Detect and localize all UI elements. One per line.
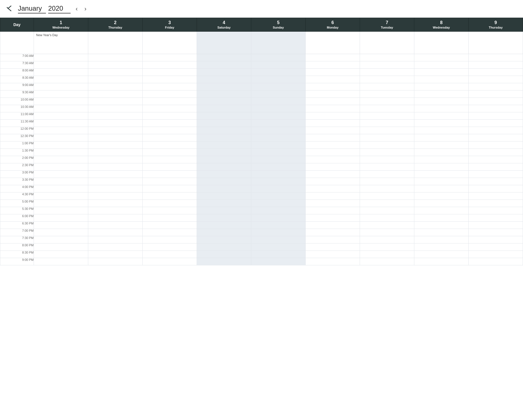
time-cell-day-5[interactable]: [251, 61, 306, 69]
time-cell-day-5[interactable]: [251, 54, 306, 61]
time-cell-day-3[interactable]: [143, 229, 197, 236]
time-cell-day-7[interactable]: [360, 134, 414, 141]
time-cell-day-5[interactable]: [251, 171, 306, 178]
time-cell-day-3[interactable]: [143, 163, 197, 171]
time-cell-day-3[interactable]: [143, 105, 197, 112]
time-cell-day-6[interactable]: [306, 258, 360, 265]
time-cell-day-6[interactable]: [306, 112, 360, 120]
time-cell-day-5[interactable]: [251, 69, 306, 76]
time-cell-day-1[interactable]: [34, 141, 88, 149]
time-cell-day-7[interactable]: [360, 149, 414, 156]
time-cell-day-6[interactable]: [306, 200, 360, 207]
time-cell-day-9[interactable]: [469, 61, 523, 69]
time-cell-day-8[interactable]: [414, 163, 469, 171]
time-cell-day-7[interactable]: [360, 243, 414, 251]
time-cell-day-2[interactable]: [88, 83, 143, 91]
time-cell-day-1[interactable]: [34, 54, 88, 61]
time-cell-day-2[interactable]: [88, 192, 143, 200]
time-cell-day-6[interactable]: [306, 222, 360, 229]
time-cell-day-1[interactable]: [34, 156, 88, 163]
time-cell-day-3[interactable]: [143, 258, 197, 265]
time-cell-day-3[interactable]: [143, 134, 197, 141]
time-cell-day-1[interactable]: [34, 171, 88, 178]
time-cell-day-8[interactable]: [414, 120, 469, 127]
time-cell-day-5[interactable]: [251, 258, 306, 265]
allday-cell-8[interactable]: [414, 32, 469, 54]
time-cell-day-2[interactable]: [88, 112, 143, 120]
time-cell-day-8[interactable]: [414, 251, 469, 258]
time-cell-day-2[interactable]: [88, 105, 143, 112]
allday-cell-5[interactable]: [251, 32, 306, 54]
time-cell-day-4[interactable]: [197, 178, 251, 185]
time-cell-day-9[interactable]: [469, 54, 523, 61]
time-cell-day-8[interactable]: [414, 192, 469, 200]
time-cell-day-6[interactable]: [306, 229, 360, 236]
time-cell-day-4[interactable]: [197, 156, 251, 163]
time-cell-day-7[interactable]: [360, 258, 414, 265]
time-cell-day-8[interactable]: [414, 243, 469, 251]
time-cell-day-5[interactable]: [251, 91, 306, 98]
time-cell-day-3[interactable]: [143, 76, 197, 83]
time-cell-day-2[interactable]: [88, 163, 143, 171]
time-cell-day-9[interactable]: [469, 185, 523, 192]
time-cell-day-9[interactable]: [469, 171, 523, 178]
time-cell-day-2[interactable]: [88, 207, 143, 214]
time-cell-day-8[interactable]: [414, 178, 469, 185]
time-cell-day-5[interactable]: [251, 127, 306, 134]
time-cell-day-5[interactable]: [251, 243, 306, 251]
time-cell-day-9[interactable]: [469, 120, 523, 127]
time-cell-day-1[interactable]: [34, 120, 88, 127]
time-cell-day-4[interactable]: [197, 54, 251, 61]
time-cell-day-5[interactable]: [251, 149, 306, 156]
time-cell-day-5[interactable]: [251, 207, 306, 214]
time-cell-day-2[interactable]: [88, 76, 143, 83]
time-cell-day-8[interactable]: [414, 76, 469, 83]
allday-cell-9[interactable]: [469, 32, 523, 54]
time-cell-day-3[interactable]: [143, 61, 197, 69]
time-cell-day-9[interactable]: [469, 98, 523, 105]
time-cell-day-4[interactable]: [197, 214, 251, 222]
time-cell-day-3[interactable]: [143, 156, 197, 163]
time-cell-day-3[interactable]: [143, 141, 197, 149]
time-cell-day-4[interactable]: [197, 69, 251, 76]
time-cell-day-9[interactable]: [469, 83, 523, 91]
allday-cell-1[interactable]: New Year's Day: [34, 32, 88, 54]
time-cell-day-4[interactable]: [197, 251, 251, 258]
time-cell-day-9[interactable]: [469, 236, 523, 243]
time-cell-day-9[interactable]: [469, 251, 523, 258]
time-cell-day-5[interactable]: [251, 134, 306, 141]
time-cell-day-3[interactable]: [143, 192, 197, 200]
time-cell-day-9[interactable]: [469, 127, 523, 134]
allday-cell-2[interactable]: [88, 32, 143, 54]
time-cell-day-5[interactable]: [251, 214, 306, 222]
allday-cell-4[interactable]: [197, 32, 251, 54]
time-cell-day-8[interactable]: [414, 171, 469, 178]
time-cell-day-2[interactable]: [88, 251, 143, 258]
time-cell-day-3[interactable]: [143, 127, 197, 134]
allday-cell-7[interactable]: [360, 32, 414, 54]
time-cell-day-2[interactable]: [88, 156, 143, 163]
time-cell-day-8[interactable]: [414, 91, 469, 98]
time-cell-day-7[interactable]: [360, 76, 414, 83]
time-cell-day-6[interactable]: [306, 134, 360, 141]
time-cell-day-2[interactable]: [88, 243, 143, 251]
prev-button[interactable]: ‹: [74, 5, 79, 13]
time-cell-day-4[interactable]: [197, 200, 251, 207]
time-cell-day-8[interactable]: [414, 200, 469, 207]
time-cell-day-1[interactable]: [34, 105, 88, 112]
time-cell-day-2[interactable]: [88, 178, 143, 185]
time-cell-day-9[interactable]: [469, 207, 523, 214]
time-cell-day-4[interactable]: [197, 163, 251, 171]
time-cell-day-4[interactable]: [197, 127, 251, 134]
time-cell-day-6[interactable]: [306, 192, 360, 200]
time-cell-day-5[interactable]: [251, 112, 306, 120]
time-cell-day-6[interactable]: [306, 83, 360, 91]
next-button[interactable]: ›: [83, 5, 88, 13]
time-cell-day-1[interactable]: [34, 200, 88, 207]
time-cell-day-8[interactable]: [414, 149, 469, 156]
time-cell-day-6[interactable]: [306, 185, 360, 192]
time-cell-day-1[interactable]: [34, 207, 88, 214]
time-cell-day-5[interactable]: [251, 156, 306, 163]
time-cell-day-4[interactable]: [197, 134, 251, 141]
time-cell-day-1[interactable]: [34, 258, 88, 265]
